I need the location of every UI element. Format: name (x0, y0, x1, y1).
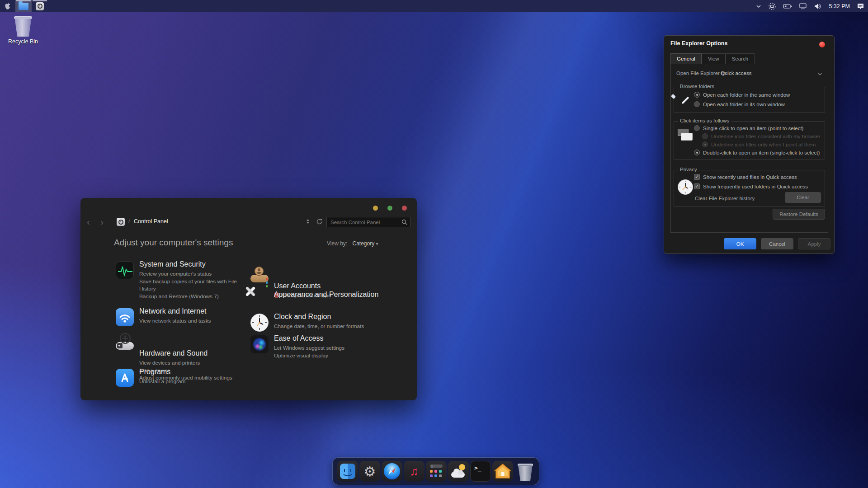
dock-weather-icon[interactable] (448, 461, 469, 482)
category-link[interactable]: Optimize visual display (274, 352, 382, 360)
checkbox-frequent-folders[interactable]: ✓ Show frequently used folders in Quick … (694, 183, 808, 189)
tray-volume-icon[interactable] (814, 3, 822, 9)
radio-underline-point[interactable]: Underline icon titles only when I point … (702, 141, 816, 147)
search-box (326, 217, 410, 227)
forward-button[interactable]: › (100, 215, 104, 229)
category-link[interactable]: Change date, time, or number formats (274, 323, 382, 330)
action-center-icon[interactable] (857, 3, 864, 10)
tab-search[interactable]: Search (726, 53, 755, 64)
category-link[interactable]: View devices and printers (139, 359, 245, 367)
category-title[interactable]: User Accounts (274, 282, 382, 290)
dock-terminal-icon[interactable]: >_ (470, 461, 491, 482)
tab-view[interactable]: View (702, 53, 726, 64)
category-title[interactable]: Network and Internet (139, 307, 245, 315)
breadcrumb[interactable]: Control Panel (134, 218, 168, 225)
recycle-bin-label: Recycle Bin (4, 38, 42, 45)
recycle-bin-desktop-icon[interactable]: Recycle Bin (4, 16, 42, 45)
click-items-group: Click items as follows Single-click to o… (674, 121, 825, 160)
category-link[interactable]: Uninstall a program (139, 378, 245, 385)
dock-safari-icon[interactable] (382, 461, 402, 482)
back-button[interactable]: ‹ (87, 215, 90, 229)
clock-region-icon[interactable] (250, 314, 269, 332)
trash-bin-icon (4, 16, 42, 37)
radio-disabled-selected-icon (702, 141, 708, 147)
apply-button[interactable]: Apply (798, 238, 830, 249)
dock-launchpad-icon[interactable] (426, 461, 447, 482)
breadcrumb-control-panel-icon (117, 218, 125, 226)
radio-underline-consistent[interactable]: Underline icon titles consistent with my… (702, 133, 821, 139)
view-by-value[interactable]: Category (352, 240, 374, 247)
category-title[interactable]: Hardware and Sound (139, 349, 245, 357)
tray-network-icon[interactable] (799, 3, 807, 9)
cancel-button[interactable]: Cancel (761, 238, 793, 249)
zoom-button[interactable] (387, 206, 392, 211)
category-title[interactable]: Ease of Access (274, 334, 382, 343)
radio-icon[interactable] (694, 125, 700, 131)
checkbox-checked-icon[interactable]: ✓ (694, 183, 700, 189)
category-link[interactable]: View network status and tasks (139, 317, 245, 325)
open-explorer-to-dropdown[interactable]: Quick access (721, 70, 751, 76)
category-link[interactable]: Let Windows suggest settings (274, 344, 382, 352)
radio-disabled-icon (702, 133, 708, 139)
category-link[interactable]: Save backup copies of your files with Fi… (139, 278, 245, 293)
category-title[interactable]: Appearance and Personalization (274, 291, 382, 299)
radio-double-click[interactable]: Double-click to open an item (single-cli… (694, 150, 820, 155)
dropdown-chevron-icon[interactable] (817, 71, 822, 77)
dock-home-icon[interactable] (492, 461, 513, 482)
dialog-close-button[interactable] (819, 42, 825, 47)
tab-general[interactable]: General (670, 53, 702, 64)
dock: ⚙ ♫ >_ (332, 457, 539, 485)
radio-single-click[interactable]: Single-click to open an item (point to s… (694, 125, 803, 131)
dock-trash-icon[interactable] (516, 461, 534, 482)
category-link[interactable]: Backup and Restore (Windows 7) (139, 293, 245, 300)
hardware-sound-icon[interactable] (116, 342, 134, 350)
radio-selected-icon[interactable] (694, 150, 700, 155)
category-title[interactable]: Clock and Region (274, 313, 382, 321)
programs-icon[interactable] (116, 369, 134, 387)
minimize-button[interactable] (373, 206, 378, 211)
tray-screen-record-icon[interactable] (768, 2, 776, 10)
category-title[interactable]: System and Security (139, 260, 245, 268)
category-title[interactable]: Programs (139, 368, 245, 376)
restore-defaults-button[interactable]: Restore Defaults (773, 209, 825, 220)
address-dropdown-control[interactable] (307, 219, 309, 224)
dock-music-icon[interactable]: ♫ (404, 461, 425, 482)
apple-logo-icon (5, 2, 11, 10)
radio-same-window[interactable]: Open each folder in the same window (694, 92, 790, 98)
speaker-badge-icon (117, 343, 123, 348)
contacts-tabs-decoration (266, 278, 268, 282)
radio-icon[interactable] (694, 101, 700, 107)
search-input[interactable] (330, 220, 399, 225)
dialog-tabs: General View Search (670, 53, 755, 64)
view-by-control[interactable]: View by: Category ▾ (327, 240, 378, 247)
ok-button[interactable]: OK (724, 238, 756, 249)
checkbox-recent-files[interactable]: ✓ Show recently used files in Quick acce… (694, 174, 797, 180)
apple-menu-icon[interactable] (0, 0, 15, 12)
search-icon[interactable] (401, 219, 407, 225)
clock-time[interactable]: 5:32 PM (829, 3, 850, 9)
ease-of-access-icon[interactable] (250, 335, 269, 353)
open-explorer-to-label: Open File Explorer to: (676, 70, 727, 76)
close-button[interactable] (402, 206, 407, 211)
view-by-label: View by: (327, 240, 347, 247)
clear-button[interactable]: Clear (785, 192, 821, 203)
refresh-icon[interactable] (316, 218, 323, 227)
file-explorer-options-dialog: File Explorer Options General View Searc… (664, 35, 835, 254)
group-title: Browse folders (678, 84, 717, 89)
user-accounts-icon[interactable] (250, 275, 269, 282)
category-system-security: System and Security Review your computer… (116, 260, 248, 300)
dock-finder-icon[interactable] (337, 461, 358, 482)
tray-battery-icon[interactable] (783, 3, 792, 9)
category-link[interactable]: Review your computer's status (139, 270, 245, 278)
taskbar-file-explorer-button[interactable] (15, 0, 32, 12)
control-panel-window: ‹ › / Control Panel Adjust your computer… (80, 198, 417, 400)
system-security-icon[interactable] (116, 261, 134, 279)
network-internet-icon[interactable] (116, 308, 134, 326)
radio-selected-icon[interactable] (694, 92, 700, 98)
tray-hidden-items-chevron-icon[interactable] (756, 5, 761, 8)
radio-own-window[interactable]: Open each folder in its own window (694, 101, 785, 107)
group-title: Click items as follows (678, 118, 731, 123)
taskbar-control-panel-button[interactable] (32, 0, 48, 12)
dock-system-settings-icon[interactable]: ⚙ (359, 461, 380, 482)
checkbox-checked-icon[interactable]: ✓ (694, 174, 700, 180)
